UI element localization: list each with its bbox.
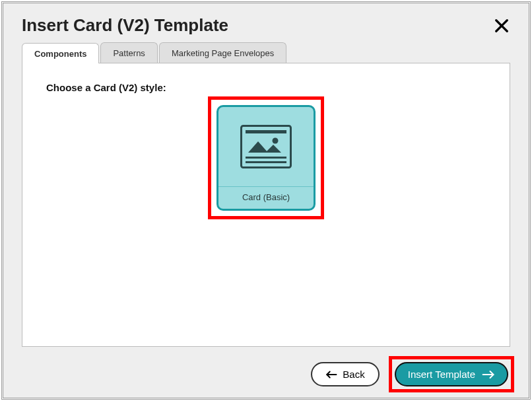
tab-components[interactable]: Components — [22, 43, 99, 63]
svg-rect-6 — [246, 161, 286, 163]
tab-patterns[interactable]: Patterns — [100, 42, 157, 63]
svg-point-4 — [273, 138, 279, 144]
highlight-card-style: Card (Basic) — [208, 96, 324, 219]
insert-button-label: Insert Template — [408, 369, 475, 380]
close-icon — [494, 18, 509, 33]
card-style-basic[interactable]: Card (Basic) — [216, 105, 316, 211]
arrow-right-icon — [482, 370, 495, 379]
content-panel: Choose a Card (V2) style: Card (Basic) — [22, 63, 510, 347]
choose-style-heading: Choose a Card (V2) style: — [46, 82, 486, 93]
dialog-footer: Back Insert Template — [3, 347, 529, 392]
svg-rect-3 — [246, 130, 286, 133]
insert-template-dialog: Insert Card (V2) Template Components Pat… — [3, 3, 529, 398]
back-button-label: Back — [343, 369, 364, 380]
insert-template-button[interactable]: Insert Template — [395, 362, 508, 386]
tab-marketing-page-envelopes[interactable]: Marketing Page Envelopes — [159, 42, 286, 63]
dialog-header: Insert Card (V2) Template — [3, 3, 529, 42]
close-button[interactable] — [493, 17, 510, 34]
highlight-insert-button: Insert Template — [389, 356, 514, 392]
dialog-title: Insert Card (V2) Template — [22, 15, 228, 36]
back-button[interactable]: Back — [311, 362, 379, 386]
tab-bar: Components Patterns Marketing Page Envel… — [3, 42, 529, 63]
card-style-label: Card (Basic) — [218, 186, 314, 209]
svg-rect-5 — [246, 157, 286, 159]
card-preview-icon — [218, 107, 314, 186]
arrow-left-icon — [325, 370, 337, 379]
